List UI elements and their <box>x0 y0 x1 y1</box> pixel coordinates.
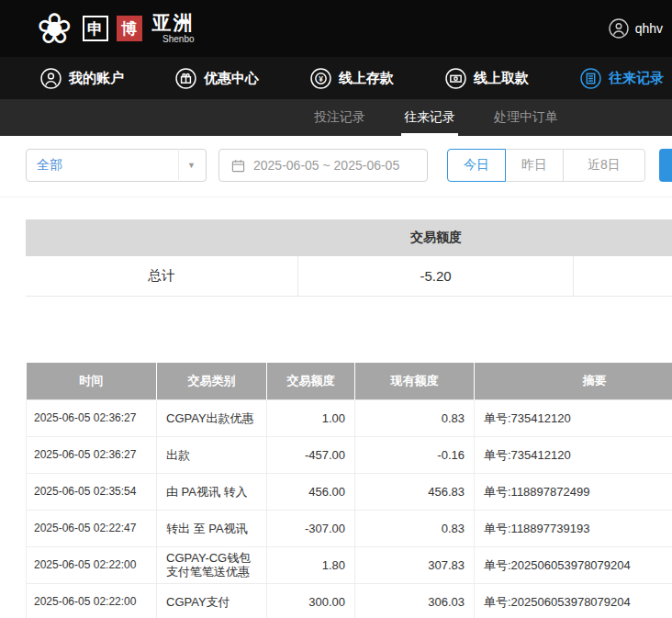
table-cell: 转出 至 PA视讯 <box>157 510 267 546</box>
account-icon <box>40 68 62 89</box>
column-header: 交易额度 <box>267 363 355 399</box>
nav-item-deposit[interactable]: ¥ 线上存款 <box>310 68 394 89</box>
table-cell: 出款 <box>157 436 267 473</box>
column-header: 交易类别 <box>157 363 267 399</box>
summary-total-label: 总计 <box>26 256 298 296</box>
records-table: 时间交易类别交易额度现有额度摘要 2025-06-05 02:36:27CGPA… <box>26 363 672 618</box>
table-row: 2025-06-05 02:22:00CGPAY支付300.00306.03单号… <box>27 583 672 618</box>
table-cell: CGPAY出款优惠 <box>157 399 267 436</box>
nav-item-my-account[interactable]: 我的账户 <box>40 68 124 89</box>
table-cell: 306.03 <box>355 583 475 618</box>
brand-en: Shenbo <box>162 35 194 44</box>
nav-label: 线上存款 <box>339 70 394 87</box>
calendar-icon <box>231 159 245 173</box>
table-cell: 由 PA视讯 转入 <box>157 473 267 510</box>
user-account[interactable]: qhhv <box>609 18 663 39</box>
table-cell: 0.83 <box>355 510 475 546</box>
table-cell: 2025-06-05 02:36:27 <box>27 436 157 473</box>
summary-empty-cell <box>574 256 672 296</box>
table-cell: 456.83 <box>355 473 475 510</box>
deposit-coin-icon: ¥ <box>310 68 331 89</box>
summary-total-value: -5.20 <box>298 256 574 296</box>
table-row: 2025-06-05 02:35:54由 PA视讯 转入456.00456.83… <box>27 473 672 510</box>
chevron-down-icon: ▼ <box>178 149 196 182</box>
table-cell: CGPAY支付 <box>157 583 267 618</box>
summary-header-empty2 <box>574 219 672 256</box>
summary-table: 交易额度 总计 -5.20 <box>26 219 672 297</box>
username: qhhv <box>635 21 663 36</box>
table-cell: 单号:118897739193 <box>475 510 672 546</box>
summary-header-amount: 交易额度 <box>298 219 574 256</box>
type-select-value: 全部 <box>37 157 62 174</box>
table-cell: 2025-06-05 02:35:54 <box>27 473 157 510</box>
summary-header-empty <box>26 219 298 256</box>
brand-logo[interactable]: ❀ 申 博 亚洲 Shenbo <box>37 7 195 50</box>
table-cell: 0.83 <box>355 399 475 436</box>
last-8-days-button[interactable]: 近8日 <box>563 149 645 182</box>
yesterday-button[interactable]: 昨日 <box>505 149 564 182</box>
lotus-logo-icon: ❀ <box>37 7 73 50</box>
nav-label: 我的账户 <box>69 70 124 87</box>
records-header-row: 时间交易类别交易额度现有额度摘要 <box>27 363 672 399</box>
svg-text:¥: ¥ <box>319 73 323 83</box>
summary-total-row: 总计 -5.20 <box>26 256 672 297</box>
tab-betting-records[interactable]: 投注记录 <box>311 99 368 136</box>
nav-label: 优惠中心 <box>204 70 259 87</box>
table-cell: 单号:118897872499 <box>475 473 672 510</box>
column-header: 现有额度 <box>355 363 475 399</box>
records-table-wrap: 时间交易类别交易额度现有额度摘要 2025-06-05 02:36:27CGPA… <box>26 363 672 618</box>
brand-char-shen: 申 <box>83 16 108 41</box>
table-cell: 456.00 <box>267 473 355 510</box>
table-cell: 2025-06-05 02:22:00 <box>27 546 157 583</box>
table-row: 2025-06-05 02:36:27出款-457.00-0.16单号:7354… <box>27 436 672 473</box>
table-cell: 2025-06-05 02:36:27 <box>27 399 157 436</box>
table-cell: CGPAY-CG钱包支付笔笔送优惠 <box>157 546 267 583</box>
top-header: ❀ 申 博 亚洲 Shenbo qhhv <box>0 0 672 57</box>
table-cell: -0.16 <box>355 436 475 473</box>
table-cell: 单号:202506053978079204 <box>475 583 672 618</box>
type-select[interactable]: 全部 ▼ <box>26 149 207 182</box>
summary-header-row: 交易额度 <box>26 219 672 256</box>
user-avatar-icon <box>609 18 629 39</box>
records-document-icon <box>580 68 601 89</box>
table-row: 2025-06-05 02:36:27CGPAY出款优惠1.000.83单号:7… <box>27 399 672 436</box>
search-button[interactable] <box>659 149 672 182</box>
table-cell: -307.00 <box>267 510 355 546</box>
column-header: 时间 <box>27 363 157 399</box>
brand-char-bo: 博 <box>117 16 142 41</box>
main-nav: 我的账户 优惠中心 ¥ 线上存款 线上取款 往来记录 <box>0 57 672 99</box>
table-cell: 1.80 <box>267 546 355 583</box>
nav-item-transaction-records[interactable]: 往来记录 <box>580 68 664 89</box>
quick-date-buttons: 今日 昨日 近8日 <box>447 149 645 182</box>
nav-item-withdraw[interactable]: 线上取款 <box>445 68 529 89</box>
nav-label: 线上取款 <box>474 70 529 87</box>
table-cell: 307.83 <box>355 546 475 583</box>
table-cell: 300.00 <box>267 583 355 618</box>
table-cell: -457.00 <box>267 436 355 473</box>
table-cell: 2025-06-05 02:22:47 <box>27 510 157 546</box>
date-range-input[interactable]: 2025-06-05 ~ 2025-06-05 <box>218 149 428 182</box>
table-cell: 单号:735412120 <box>475 399 672 436</box>
tab-transaction-records[interactable]: 往来记录 <box>401 99 458 136</box>
date-range-value: 2025-06-05 ~ 2025-06-05 <box>253 158 399 173</box>
nav-label: 往来记录 <box>609 70 664 87</box>
column-header: 摘要 <box>475 363 672 399</box>
table-cell: 单号:202506053978079204 <box>475 546 672 583</box>
nav-item-promotions[interactable]: 优惠中心 <box>175 68 259 89</box>
table-cell: 单号:735412120 <box>475 436 672 473</box>
sub-nav: 投注记录 往来记录 处理中订单 <box>0 99 672 136</box>
table-cell: 2025-06-05 02:22:00 <box>27 583 157 618</box>
table-row: 2025-06-05 02:22:00CGPAY-CG钱包支付笔笔送优惠1.80… <box>27 546 672 583</box>
gift-icon <box>175 68 196 89</box>
tab-processing-orders[interactable]: 处理中订单 <box>491 99 561 136</box>
table-row: 2025-06-05 02:22:47转出 至 PA视讯-307.000.83单… <box>27 510 672 546</box>
brand-region: 亚洲 <box>152 13 195 32</box>
withdraw-banknote-icon <box>445 68 466 89</box>
table-cell: 1.00 <box>267 399 355 436</box>
filter-bar: 全部 ▼ 2025-06-05 ~ 2025-06-05 今日 昨日 近8日 <box>0 136 672 197</box>
today-button[interactable]: 今日 <box>447 149 506 182</box>
